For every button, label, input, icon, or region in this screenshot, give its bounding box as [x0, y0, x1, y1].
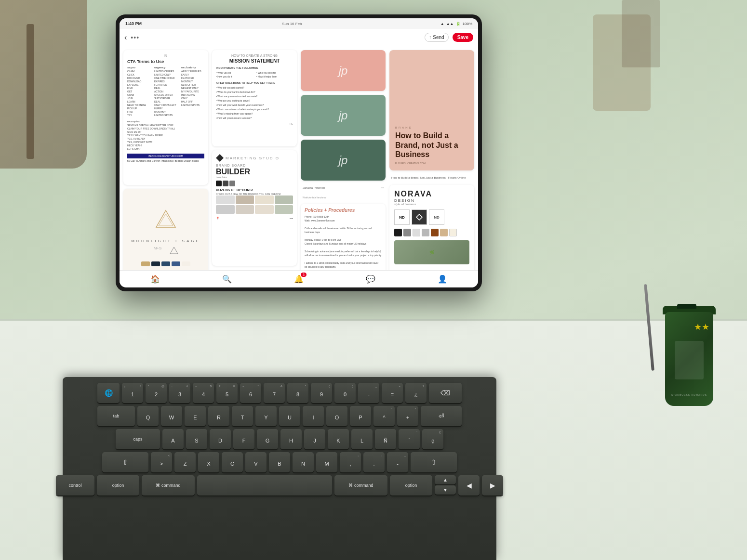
key-b[interactable]: B [269, 452, 290, 472]
keyboard-row-asdf: caps A S D F G H J K L Ñ ¨ ´ Ç ç [68, 429, 491, 449]
key-angle-bracket[interactable]: < > [151, 452, 172, 472]
policies-card[interactable]: Policies + Procedures Phone: (234) 555-1… [301, 204, 386, 270]
key-3[interactable]: · # 3 [169, 383, 190, 403]
key-e[interactable]: E [185, 406, 206, 426]
key-l[interactable]: L [351, 429, 373, 449]
key-t[interactable]: T [232, 406, 253, 426]
bb-diamond-icon [216, 154, 224, 162]
send-label: Send [433, 35, 444, 40]
nav-home-icon[interactable]: 🏠 [150, 274, 160, 284]
key-caret[interactable]: ` ^ [374, 406, 395, 426]
nav-search-icon[interactable]: 🔍 [222, 274, 232, 284]
key-c[interactable]: C [222, 452, 243, 472]
key-r[interactable]: R [208, 406, 229, 426]
key-cedilla[interactable]: Ç ç [422, 429, 443, 449]
send-button[interactable]: ↑ Send [425, 33, 448, 42]
key-x[interactable]: X [198, 452, 219, 472]
key-arrow-up[interactable]: ▲ [435, 475, 456, 484]
key-backspace[interactable]: ⌫ [429, 383, 462, 403]
key-acute[interactable]: ¨ ´ [399, 429, 420, 449]
key-arrow-right[interactable]: ▶ [482, 475, 503, 495]
key-option-right[interactable]: option [390, 475, 432, 495]
incorporate-cols: • What you do• How you do it • Who you d… [216, 71, 293, 78]
key-ntilde[interactable]: Ñ [375, 429, 396, 449]
key-6[interactable]: ¬ ^ 6 [240, 383, 261, 403]
more-button[interactable]: ••• [131, 34, 139, 41]
how-to-build-card[interactable]: BRAND How to Build a Brand, not Just a B… [389, 50, 474, 170]
key-option-left[interactable]: option [97, 475, 139, 495]
key-u[interactable]: U [279, 406, 300, 426]
brand-board-card[interactable]: MARKETING STUDIO BRAND BOARD BUILDER tem… [212, 150, 297, 266]
cta-col-1: sayso CLAIMCLICKDISCOVERDOWNLOADEXPLOREF… [127, 66, 150, 117]
key-command-left[interactable]: ⌘ command [142, 475, 195, 495]
key-dash[interactable]: _ - [387, 452, 408, 472]
nav-notification-icon[interactable]: 🔔 3 [294, 274, 304, 284]
norava-tagline: style all business [394, 203, 469, 206]
key-h[interactable]: H [280, 429, 302, 449]
key-shift-right[interactable]: ⇧ [411, 452, 457, 472]
key-a[interactable]: A [162, 429, 184, 449]
norava-card[interactable]: NORAVA DESIGN style all business ND [389, 185, 474, 270]
key-equals[interactable]: + = [382, 383, 403, 403]
key-9[interactable]: ( 9 [311, 383, 332, 403]
key-y[interactable]: Y [255, 406, 277, 426]
key-globe[interactable]: 🌐 [97, 383, 120, 403]
key-arrow-down[interactable]: ▼ [435, 485, 456, 495]
key-7[interactable]: & 7 [264, 383, 285, 403]
key-command-right[interactable]: ⌘ command [334, 475, 387, 495]
ipad-body: 1:40 PM Sun 16 Feb ▲ ▲▲ 🔋 100% ‹ ••• ↑ S… [116, 14, 482, 291]
brand-label: BRAND [395, 126, 468, 129]
key-plus[interactable]: * + [397, 406, 418, 426]
save-button[interactable]: Save [453, 33, 473, 42]
key-arrow-left[interactable]: ◀ [458, 475, 480, 495]
key-0[interactable]: ) 0 [334, 383, 356, 403]
back-button[interactable]: ‹ [124, 33, 127, 42]
key-4[interactable]: ~ $ 4 [193, 383, 214, 403]
key-f[interactable]: F [233, 429, 254, 449]
cmd-symbol: ⌘ [156, 483, 160, 488]
key-8[interactable]: * 8 [287, 383, 308, 403]
key-control[interactable]: control [56, 475, 94, 495]
key-n[interactable]: N [293, 452, 314, 472]
nav-profile-icon[interactable]: 👤 [438, 274, 447, 284]
key-caps-lock[interactable]: caps [116, 429, 160, 449]
key-5[interactable]: € % 5 [216, 383, 238, 403]
key-j[interactable]: J [304, 429, 325, 449]
key-w[interactable]: W [161, 406, 182, 426]
key-v[interactable]: V [245, 452, 267, 472]
key-tab[interactable]: tab [97, 406, 135, 426]
key-question[interactable]: ? ¿ [405, 383, 427, 403]
swatch-gold [141, 261, 150, 266]
key-i[interactable]: I [303, 406, 324, 426]
cta-terms-card[interactable]: ℝ CTA Terms to Use sayso CLAIMCLICKDISCO… [123, 50, 208, 185]
key-q[interactable]: Q [137, 406, 159, 426]
key-p[interactable]: P [350, 406, 371, 426]
key-z[interactable]: Z [174, 452, 196, 472]
key-minus[interactable]: _ - [358, 383, 379, 403]
key-k[interactable]: K [328, 429, 349, 449]
jp-pink-card[interactable]: jp [301, 50, 386, 91]
norava-photo: 🌿 [394, 240, 469, 264]
key-m[interactable]: M [316, 452, 337, 472]
key-2[interactable]: " @ 2 [146, 383, 167, 403]
key-return[interactable]: ⏎ [421, 406, 462, 426]
nav-message-icon[interactable]: 💬 [366, 274, 375, 284]
mission-statement-card[interactable]: HOW TO CREATE A STRONG MISSION STATEMENT… [212, 50, 297, 146]
key-1[interactable]: ¡ ! 1 [122, 383, 143, 403]
jp-green-card[interactable]: jp [301, 95, 386, 136]
moonlight-sage-card[interactable]: MOONLIGHT + SAGE M+S [123, 189, 208, 270]
battery-percent: 100% [463, 22, 472, 26]
key-g[interactable]: G [257, 429, 278, 449]
key-space[interactable] [197, 475, 332, 495]
nd-logo-3: ND [429, 209, 444, 225]
bb-colors [216, 181, 293, 186]
jp-dark-green-logo: jp [339, 154, 348, 167]
jp-dark-green-card[interactable]: jp [301, 140, 386, 181]
key-s[interactable]: S [186, 429, 207, 449]
key-o[interactable]: O [326, 406, 347, 426]
key-d[interactable]: D [210, 429, 231, 449]
key-period[interactable]: : . [363, 452, 385, 472]
key-comma[interactable]: ; , [340, 452, 361, 472]
key-shift-left[interactable]: ⇧ [102, 452, 148, 472]
brand-site: FLOURISHCREATIVE.COM [395, 162, 468, 165]
